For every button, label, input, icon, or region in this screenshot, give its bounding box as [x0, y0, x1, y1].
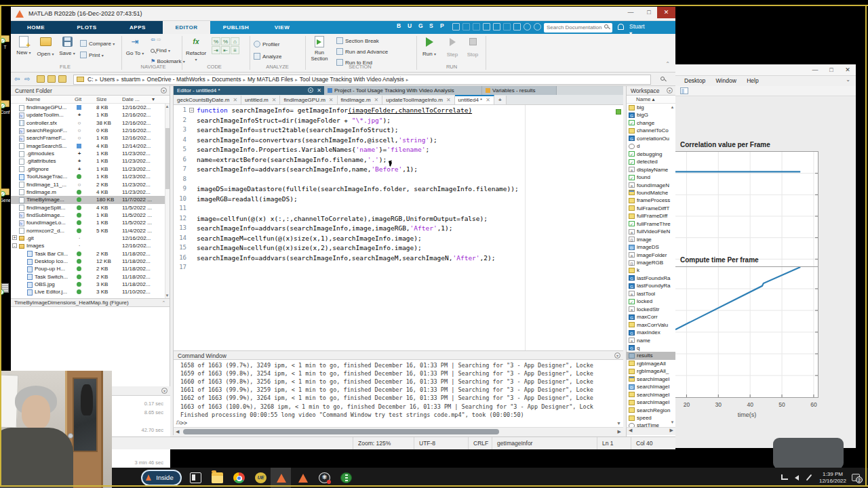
collapse-ribbon-icon[interactable]: ⌃ — [665, 61, 670, 67]
open-button[interactable]: Open ▾ — [35, 36, 56, 57]
refactor-button[interactable]: fx Refactor ▾ — [184, 36, 208, 62]
breadcrumb-item[interactable]: Users — [98, 75, 116, 84]
workspace-variable[interactable]: fullFrameDiff — [627, 212, 675, 220]
current-folder-columns[interactable]: Name Git Size Date ... ▾ — [11, 96, 170, 104]
file-row[interactable]: findSubImage...1 KB11/5/2022 ... — [11, 211, 170, 219]
file-explorer-icon[interactable] — [212, 472, 223, 483]
workspace-variable[interactable]: speed — [627, 414, 675, 422]
breadcrumb-item[interactable]: stuartm — [120, 75, 142, 84]
qat-p-button[interactable]: P — [440, 22, 444, 29]
workspace-variable[interactable]: searchImageI — [627, 375, 675, 383]
paste-icon[interactable] — [483, 23, 490, 30]
file-row[interactable]: searchFrameF...○1 KB12/16/202... — [11, 134, 170, 142]
file-row[interactable]: imageSearchS...4 KB12/14/202... — [11, 142, 170, 150]
close-tab-icon[interactable]: ✕ — [272, 97, 277, 103]
status-function[interactable]: getImageInfor — [492, 437, 597, 449]
new-button[interactable]: + New ▾ — [14, 36, 34, 56]
breadcrumb[interactable]: C:▸Users▸stuartm▸OneDrive - MathWorks▸Do… — [73, 75, 651, 85]
qat-underline-button[interactable]: U — [408, 22, 412, 29]
back-icon[interactable]: ⇦ — [14, 75, 20, 83]
tab-editor[interactable]: EDITOR — [163, 21, 210, 34]
workspace-header[interactable]: Workspace▾ — [627, 86, 675, 96]
command-window[interactable]: ▼ 1658 of 1663 (99.7%), 3249 ipm, < 1 mi… — [173, 360, 623, 427]
workspace-variable[interactable]: GbigG — [627, 111, 675, 119]
file-list-scrollbar[interactable]: ▲ ▼ — [165, 104, 170, 298]
maximize-icon[interactable]: □ — [823, 64, 840, 76]
notification-icon[interactable]: 2 — [852, 474, 860, 481]
matlab-taskbar-icon-active[interactable] — [275, 472, 287, 483]
section-break-button[interactable]: Section Break — [336, 37, 379, 44]
print-button[interactable]: Print ▾ — [80, 52, 104, 58]
panel-menu-icon[interactable]: ▾ — [667, 87, 673, 94]
file-row[interactable]: findImage_11_...○2 KB11/23/202... — [11, 181, 170, 188]
new-tab-button[interactable]: + — [494, 96, 507, 105]
cut-icon[interactable] — [462, 23, 470, 30]
file-tab[interactable]: updateToolImageInfo.m✕ — [382, 96, 454, 105]
workspace-variable[interactable]: d — [627, 142, 675, 150]
file-row[interactable]: +.git·12/16/202... — [11, 235, 170, 242]
minimize-icon[interactable]: — — [623, 7, 639, 18]
file-row[interactable]: Desktop Ico...12 KB11/18/202... — [11, 258, 170, 265]
chevron-down-icon[interactable]: ⌄ — [846, 77, 850, 83]
panel-menu-icon[interactable]: ▾ — [614, 352, 620, 359]
smart-indent-icon[interactable]: ≡ — [231, 46, 239, 54]
undo-icon[interactable] — [493, 23, 500, 30]
workspace-variable[interactable]: afullVideoFileN — [627, 228, 675, 235]
workspace-variable[interactable]: adisplayName — [627, 166, 675, 174]
search-input[interactable] — [544, 23, 612, 33]
close-tab-icon[interactable]: ✕ — [329, 97, 334, 103]
file-tab[interactable]: findImageGPU.m✕ — [280, 96, 337, 105]
workspace-hscrollbar[interactable]: ◀▶ — [626, 427, 675, 435]
goto-button[interactable]: ⇥ Go To ▾ — [125, 36, 145, 56]
menu-window[interactable]: Window — [716, 76, 736, 86]
editor-panel-tab[interactable]: Editor - untitled4 * ▾ ✕ — [174, 86, 324, 95]
close-icon[interactable]: ✕ — [840, 64, 856, 76]
workspace-variable[interactable]: DimageDS — [627, 243, 675, 251]
file-row[interactable]: findImage.m4 KB11/23/202... — [11, 188, 170, 196]
browse-folder-icon[interactable] — [47, 75, 56, 83]
command-window-hscrollbar[interactable]: ◀ ▶ — [173, 427, 623, 435]
file-row[interactable]: .gitmodules+1 KB11/23/202... — [11, 150, 170, 157]
file-row[interactable]: Task Switch...2 KB11/18/202... — [11, 273, 170, 281]
workspace-variable[interactable]: aname — [627, 337, 675, 344]
workspace-variable[interactable]: channelToCo — [627, 127, 675, 134]
search-folder-icon[interactable] — [660, 77, 665, 81]
pen-icon[interactable] — [806, 474, 812, 481]
desktop-icon[interactable]: ✓ T — [0, 35, 10, 49]
panel-menu-icon[interactable]: ▾ — [161, 388, 167, 394]
fold-icon[interactable]: − — [189, 108, 194, 113]
breadcrumb-item[interactable]: Tool Usage Tracking With Video Analysis — [298, 75, 406, 84]
network-icon[interactable] — [781, 474, 788, 480]
qat-g-button[interactable]: G — [418, 22, 423, 29]
project-panel-tab[interactable]: Project - Tool Usage Tracking With Video… — [324, 86, 482, 95]
maximize-icon[interactable]: □ — [641, 7, 657, 18]
command-window-header[interactable]: Command Window▾ — [173, 350, 623, 360]
workspace-variable[interactable]: alockedStr — [627, 306, 675, 313]
desktop-icon[interactable]: ✓ — [0, 283, 10, 293]
workspace-variable[interactable]: aimageFolder — [627, 251, 675, 259]
desktop-icon[interactable]: ✓ Gene — [0, 188, 10, 203]
command-prompt[interactable]: >> — [180, 420, 187, 426]
save-icon[interactable] — [452, 23, 460, 30]
breadcrumb-item[interactable]: OneDrive - MathWorks — [146, 75, 207, 84]
close-tab-icon[interactable]: ✕ — [233, 97, 237, 103]
workspace-variable[interactable]: rgbImageAll_ — [627, 367, 675, 375]
save-button[interactable]: Save ▾ — [57, 36, 77, 56]
workspace-variable[interactable]: k — [627, 266, 675, 274]
media-app-icon[interactable] — [340, 472, 352, 483]
file-row[interactable]: Poup-up H...2 KB11/18/202... — [11, 265, 170, 272]
workspace-variable[interactable]: maxCorrValu — [627, 321, 675, 329]
menu-help[interactable]: Help — [747, 76, 758, 86]
file-row[interactable]: updateToolIm...+1 KB12/16/202... — [11, 111, 170, 119]
file-row[interactable]: -Images·12/16/202... — [11, 242, 170, 249]
file-row[interactable]: findImageGPU...8 KB12/16/202... — [11, 104, 170, 111]
workspace-variable[interactable]: {}imageRGB — [627, 259, 675, 266]
workspace-columns[interactable]: Name ▴ — [627, 96, 675, 104]
workspace-variable[interactable]: fulFrameDiffT — [627, 205, 675, 212]
analyze-button[interactable]: Analyze — [254, 53, 281, 60]
desktop-icon[interactable]: ✓ Conf — [0, 100, 10, 115]
inside-button[interactable]: Inside — [141, 470, 182, 486]
file-tab[interactable]: untitled4 *✕ — [455, 95, 494, 105]
qat-s-button[interactable]: S — [429, 22, 433, 29]
workspace-variable[interactable]: ✓found — [627, 174, 675, 181]
